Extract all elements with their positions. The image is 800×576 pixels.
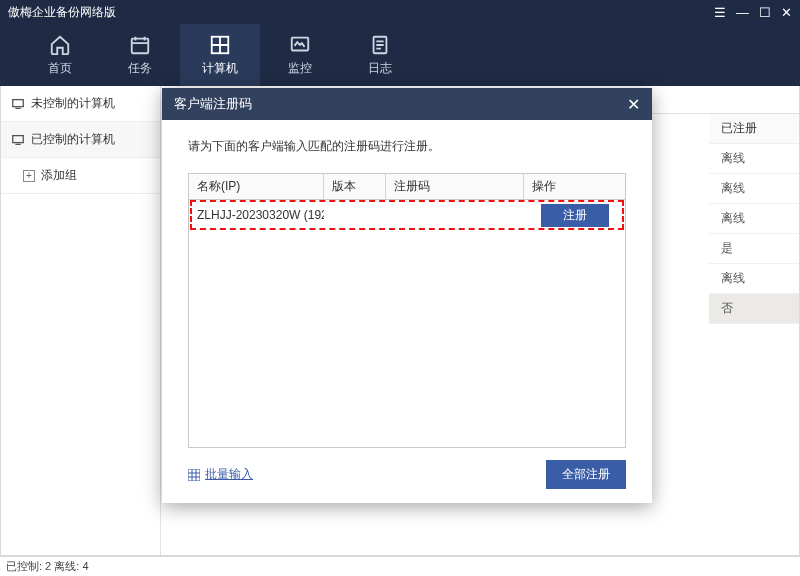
modal-footer: 批量输入 全部注册 bbox=[188, 460, 626, 489]
calendar-icon bbox=[129, 34, 151, 56]
registration-table: 名称(IP) 版本 注册码 操作 ZLHJJ-20230320W (192.16… bbox=[188, 173, 626, 448]
col-version: 版本 bbox=[324, 174, 386, 199]
grid-icon bbox=[188, 469, 200, 481]
nav-tasks[interactable]: 任务 bbox=[100, 24, 180, 86]
cell-code[interactable] bbox=[386, 200, 524, 230]
col-name: 名称(IP) bbox=[189, 174, 324, 199]
sidebar-item-uncontrolled[interactable]: 未控制的计算机 bbox=[1, 86, 160, 122]
list-item[interactable]: 离线 bbox=[709, 264, 799, 294]
title-bar: 傲梅企业备份网络版 ☰ — ☐ ✕ bbox=[0, 0, 800, 24]
cell-version bbox=[324, 200, 386, 230]
cell-name: ZLHJJ-20230320W (192.16 bbox=[189, 200, 324, 230]
modal-body: 请为下面的客户端输入匹配的注册码进行注册。 名称(IP) 版本 注册码 操作 Z… bbox=[162, 120, 652, 503]
window-controls: ☰ — ☐ ✕ bbox=[714, 5, 792, 20]
cell-action: 注册 bbox=[524, 200, 625, 230]
sidebar-uncontrolled-label: 未控制的计算机 bbox=[31, 95, 115, 112]
close-icon[interactable]: ✕ bbox=[781, 5, 792, 20]
batch-input-label: 批量输入 bbox=[205, 466, 253, 483]
nav-tasks-label: 任务 bbox=[128, 60, 152, 77]
sidebar-add-group-label: 添加组 bbox=[41, 167, 77, 184]
nav-computers[interactable]: 计算机 bbox=[180, 24, 260, 86]
list-item[interactable]: 离线 bbox=[709, 144, 799, 174]
app-title: 傲梅企业备份网络版 bbox=[8, 4, 116, 21]
right-column: 已注册 离线 离线 离线 是 离线 否 bbox=[709, 114, 799, 324]
table-row: ZLHJJ-20230320W (192.16 注册 bbox=[189, 200, 625, 230]
register-all-button[interactable]: 全部注册 bbox=[546, 460, 626, 489]
computer-off-icon bbox=[11, 97, 25, 111]
col-header-registered: 已注册 bbox=[709, 114, 799, 144]
modal-close-button[interactable]: ✕ bbox=[627, 95, 640, 114]
svg-rect-5 bbox=[13, 135, 24, 142]
sidebar-item-controlled[interactable]: 已控制的计算机 bbox=[1, 122, 160, 158]
modal-title-text: 客户端注册码 bbox=[174, 95, 252, 113]
maximize-icon[interactable]: ☐ bbox=[759, 5, 771, 20]
minimize-icon[interactable]: — bbox=[736, 5, 749, 20]
sidebar-item-add-group[interactable]: + 添加组 bbox=[1, 158, 160, 194]
modal-message: 请为下面的客户端输入匹配的注册码进行注册。 bbox=[188, 138, 626, 155]
sidebar: 未控制的计算机 已控制的计算机 + 添加组 bbox=[1, 86, 161, 555]
registration-modal: 客户端注册码 ✕ 请为下面的客户端输入匹配的注册码进行注册。 名称(IP) 版本… bbox=[162, 88, 652, 503]
modal-titlebar: 客户端注册码 ✕ bbox=[162, 88, 652, 120]
plus-icon: + bbox=[23, 170, 35, 182]
sidebar-controlled-label: 已控制的计算机 bbox=[31, 131, 115, 148]
nav-monitor[interactable]: 监控 bbox=[260, 24, 340, 86]
nav-logs-label: 日志 bbox=[368, 60, 392, 77]
log-icon bbox=[369, 34, 391, 56]
navbar: 首页 任务 计算机 监控 日志 bbox=[0, 24, 800, 86]
windows-icon bbox=[209, 34, 231, 56]
status-text: 已控制: 2 离线: 4 bbox=[6, 559, 89, 574]
list-item[interactable]: 离线 bbox=[709, 174, 799, 204]
nav-home-label: 首页 bbox=[48, 60, 72, 77]
table-header: 名称(IP) 版本 注册码 操作 bbox=[189, 174, 625, 200]
list-item[interactable]: 否 bbox=[709, 294, 799, 324]
col-code: 注册码 bbox=[386, 174, 524, 199]
home-icon bbox=[49, 34, 71, 56]
nav-home[interactable]: 首页 bbox=[20, 24, 100, 86]
col-action: 操作 bbox=[524, 174, 625, 199]
menu-icon[interactable]: ☰ bbox=[714, 5, 726, 20]
nav-computers-label: 计算机 bbox=[202, 60, 238, 77]
computer-on-icon bbox=[11, 133, 25, 147]
svg-rect-0 bbox=[132, 38, 149, 53]
status-bar: 已控制: 2 离线: 4 bbox=[0, 556, 800, 576]
monitor-icon bbox=[289, 34, 311, 56]
svg-rect-4 bbox=[13, 99, 24, 106]
list-item[interactable]: 离线 bbox=[709, 204, 799, 234]
register-button[interactable]: 注册 bbox=[541, 204, 609, 227]
nav-monitor-label: 监控 bbox=[288, 60, 312, 77]
svg-rect-6 bbox=[188, 469, 200, 481]
batch-input-link[interactable]: 批量输入 bbox=[188, 466, 253, 483]
nav-logs[interactable]: 日志 bbox=[340, 24, 420, 86]
list-item[interactable]: 是 bbox=[709, 234, 799, 264]
